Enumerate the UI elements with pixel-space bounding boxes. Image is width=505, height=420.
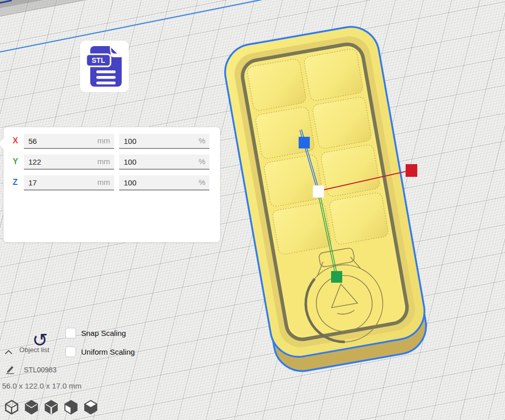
- stl-file-icon: STL: [85, 45, 124, 88]
- y-size-unit: mm: [97, 157, 110, 166]
- object-list-label[interactable]: Object list: [19, 346, 49, 354]
- x-size-unit: mm: [97, 136, 110, 145]
- view-cube-wireframe-button[interactable]: [4, 399, 19, 414]
- snap-scaling-checkbox[interactable]: [65, 328, 76, 338]
- cube-top-open-icon: [83, 399, 98, 414]
- view-cube-split-button[interactable]: [44, 399, 59, 414]
- cube-split-icon: [44, 399, 59, 414]
- uniform-scaling-label: Uniform Scaling: [81, 348, 135, 356]
- y-percent-input[interactable]: [119, 155, 209, 169]
- model-mold-tray[interactable]: [221, 22, 431, 372]
- z-percent-input[interactable]: [119, 175, 209, 189]
- uniform-scaling-checkbox[interactable]: [65, 347, 76, 357]
- cube-left-open-icon: [63, 399, 79, 414]
- stl-file-badge: STL: [80, 41, 129, 92]
- y-percent-unit: %: [199, 157, 205, 166]
- y-axis-label: Y: [13, 157, 18, 166]
- view-cube-solid-button[interactable]: [24, 399, 39, 414]
- cube-wireframe-icon: [4, 399, 19, 414]
- z-axis-label: Z: [13, 178, 18, 187]
- x-percent-unit: %: [199, 136, 205, 145]
- object-dimensions: 56.0 x 122.0 x 17.0 mm: [2, 381, 82, 390]
- x-axis-label: X: [13, 136, 18, 145]
- object-list-collapse-button[interactable]: [4, 348, 13, 357]
- view-cube-top-open-button[interactable]: [83, 399, 98, 414]
- scale-tool-panel: X mm % Y mm % Z mm % ↺ Snap Scaling: [3, 127, 221, 243]
- pencil-icon: [5, 364, 15, 374]
- scale-handle-x[interactable]: [406, 164, 417, 177]
- rename-object-button[interactable]: [5, 364, 15, 376]
- cube-solid-icon: [24, 399, 39, 414]
- z-size-unit: mm: [97, 178, 110, 186]
- stl-badge-label: STL: [92, 56, 105, 64]
- 3d-viewport[interactable]: STL: [0, 0, 505, 420]
- scale-handle-z[interactable]: [299, 137, 310, 148]
- view-cube-left-open-button[interactable]: [63, 399, 79, 414]
- view-mode-toolbar: [4, 399, 98, 414]
- object-name[interactable]: STL00983: [24, 366, 57, 374]
- chevron-up-icon: [4, 349, 13, 355]
- snap-scaling-label: Snap Scaling: [81, 329, 126, 337]
- scale-handle-y[interactable]: [331, 271, 342, 283]
- scale-row-z: Z mm %: [4, 175, 220, 190]
- scale-row-x: X mm %: [4, 134, 220, 149]
- z-percent-unit: %: [199, 178, 205, 186]
- x-percent-input[interactable]: [119, 134, 209, 148]
- scale-row-y: Y mm %: [4, 155, 220, 170]
- scale-handle-center[interactable]: [313, 185, 324, 198]
